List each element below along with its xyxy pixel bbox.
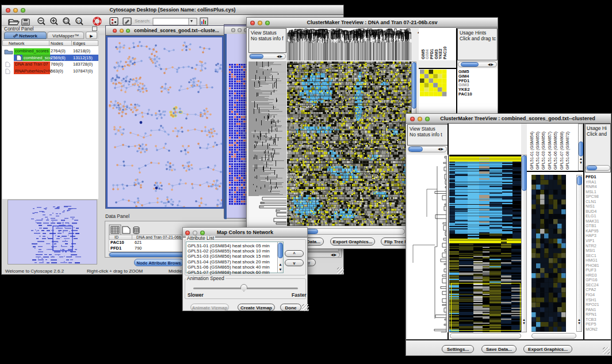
svg-text:1:1: 1:1: [77, 20, 81, 23]
svg-text:Search:: Search:: [135, 18, 151, 24]
